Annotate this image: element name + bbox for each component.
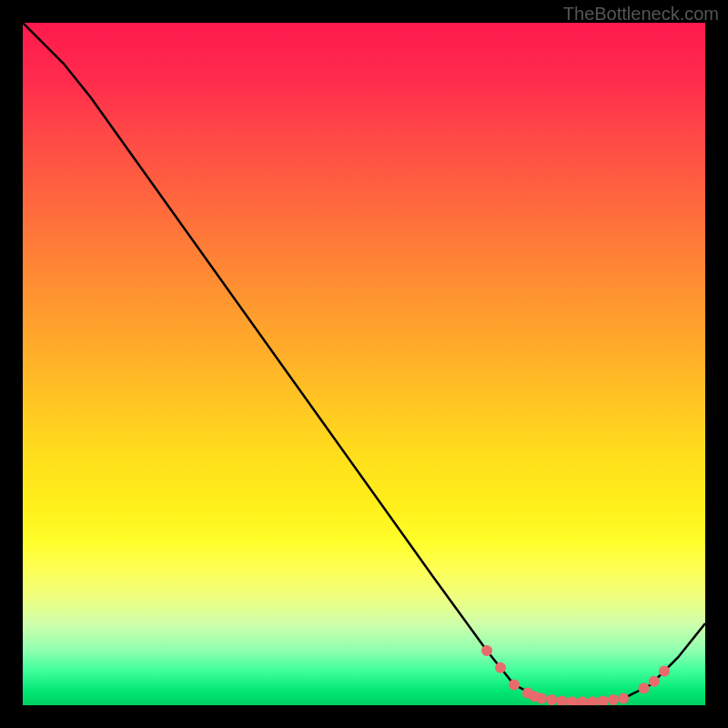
watermark-text: TheBottleneck.com [563,4,719,25]
data-marker [509,680,520,691]
marker-group [481,645,670,705]
data-marker [598,696,609,706]
chart-plot-area [23,23,705,705]
data-marker [618,693,629,704]
data-marker [608,694,619,705]
data-marker [557,696,568,706]
data-marker [546,694,557,705]
data-marker [481,645,492,656]
data-marker [587,696,598,705]
data-marker [536,693,547,704]
data-marker [567,696,578,705]
data-marker [577,696,588,705]
data-marker [649,676,660,687]
data-marker [495,662,506,673]
data-marker [639,682,650,693]
data-marker [659,666,670,677]
chart-svg [23,23,705,705]
curve-line [23,23,705,702]
